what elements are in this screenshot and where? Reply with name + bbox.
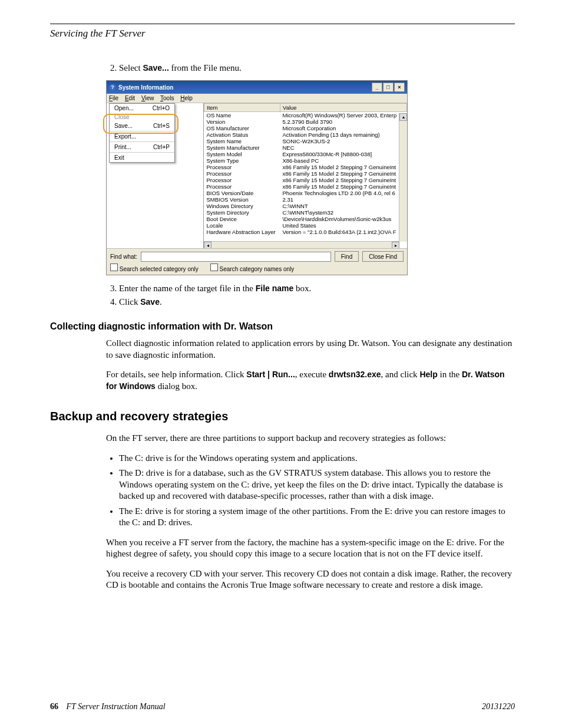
menu-file[interactable]: File (109, 95, 118, 101)
find-button[interactable]: Find (335, 251, 359, 262)
window-title: System Information (118, 84, 173, 91)
table-row[interactable]: System DirectoryC:\WINNT\system32 (204, 209, 407, 216)
step2-bold: Save... (143, 63, 168, 73)
menu-item-print[interactable]: Print...Ctrl+P (110, 143, 174, 151)
col-value[interactable]: Value (280, 104, 407, 112)
backup-p3: You receive a recovery CD with your serv… (106, 568, 515, 591)
file-dropdown: Open...Ctrl+O Close Save...Ctrl+S Export… (109, 103, 175, 163)
steps-list-1: Select Save... from the File menu. (106, 63, 515, 73)
step3-a: Enter the name of the target file in the (119, 284, 256, 293)
table-row[interactable]: Windows DirectoryC:\WINNT (204, 203, 407, 209)
table-row[interactable]: Processorx86 Family 15 Model 2 Stepping … (204, 177, 407, 183)
table-row[interactable]: Hardware Abstraction LayerVersion = "2.1… (204, 229, 407, 235)
system-information-window: ? System Information _ □ × File Edit Vie… (106, 80, 408, 275)
table-row[interactable]: Version5.2.3790 Build 3790 (204, 118, 407, 125)
heading-drwatson: Collecting diagnostic information with D… (50, 321, 515, 332)
scroll-up-icon[interactable]: ▴ (399, 113, 407, 121)
close-find-button[interactable]: Close Find (362, 251, 404, 262)
step3-bold: File name (256, 284, 294, 293)
menu-view[interactable]: View (141, 95, 154, 101)
footer-title: FT Server Instruction Manual (67, 702, 166, 711)
find-label: Find what: (110, 253, 137, 260)
menu-item-close: Close (110, 113, 174, 121)
close-button[interactable]: × (394, 83, 405, 92)
heading-backup: Backup and recovery strategies (50, 410, 515, 423)
bullet-3: The E: drive is for storing a system ima… (119, 506, 515, 529)
bullet-2: The D: drive is for a database, such as … (119, 467, 515, 502)
footer-date: 20131220 (482, 702, 515, 711)
table-row[interactable]: Boot Device\Device\HarddiskDmVolumes\Son… (204, 216, 407, 222)
table-row[interactable]: OS NameMicrosoft(R) Windows(R) Server 20… (204, 112, 407, 119)
running-head: Servicing the FT Server (50, 28, 515, 39)
chk-category-names[interactable]: Search category names only (210, 263, 295, 272)
step-4: Click Save. (119, 297, 515, 307)
scroll-left-icon[interactable]: ◂ (204, 242, 211, 248)
menu-item-save[interactable]: Save...Ctrl+S (110, 121, 174, 130)
step-2: Select Save... from the File menu. (119, 63, 515, 73)
steps-list-2: Enter the name of the target file in the… (106, 284, 515, 307)
col-item[interactable]: Item (204, 104, 280, 112)
table-row[interactable]: Activation StatusActivation Pending (13 … (204, 131, 407, 138)
page-number: 66 (50, 702, 58, 711)
backup-intro: On the FT server, there are three partit… (106, 433, 515, 444)
backup-bullets: The C: drive is for the Windows operatin… (106, 453, 515, 529)
horizontal-scrollbar[interactable]: ◂ ▸ (204, 241, 399, 248)
step4-bold: Save (140, 297, 160, 307)
menu-bar: File Edit View Tools Help (107, 94, 407, 103)
table-row[interactable]: SMBIOS Version2.31 (204, 196, 407, 203)
table-row[interactable]: Processorx86 Family 15 Model 2 Stepping … (204, 183, 407, 190)
drwatson-p1: Collect diagnostic information related t… (106, 338, 515, 361)
table-row[interactable]: Processorx86 Family 15 Model 2 Stepping … (204, 164, 407, 170)
menu-edit[interactable]: Edit (125, 95, 135, 101)
title-bar[interactable]: ? System Information _ □ × (107, 81, 407, 94)
table-row[interactable]: BIOS Version/DatePhoenix Technologies LT… (204, 190, 407, 196)
help-icon: ? (109, 84, 116, 91)
find-panel: Find what: Find Close Find Search select… (107, 248, 407, 275)
maximize-button[interactable]: □ (383, 83, 394, 92)
table-row[interactable]: System TypeX86-based PC (204, 157, 407, 164)
menu-item-exit[interactable]: Exit (110, 153, 174, 162)
step4-b: . (160, 297, 162, 307)
table-row[interactable]: System ManufacturerNEC (204, 144, 407, 151)
minimize-button[interactable]: _ (372, 83, 382, 92)
menu-help[interactable]: Help (180, 95, 193, 101)
menu-item-open[interactable]: Open...Ctrl+O (110, 104, 174, 113)
find-input[interactable] (141, 252, 331, 262)
top-rule (50, 24, 515, 24)
drwatson-p2: For details, see help information. Click… (106, 369, 515, 392)
menu-tools[interactable]: Tools (160, 95, 174, 101)
table-row[interactable]: System NameSONIC-W2K3US-2 (204, 138, 407, 144)
table-row[interactable]: LocaleUnited States (204, 222, 407, 229)
tree-pane: Open...Ctrl+O Close Save...Ctrl+S Export… (107, 103, 204, 248)
vertical-scrollbar[interactable]: ▴ (399, 113, 407, 242)
backup-p2: When you receive a FT server from the fa… (106, 537, 515, 560)
system-info-table: Item Value OS NameMicrosoft(R) Windows(R… (204, 103, 407, 235)
table-row[interactable]: OS ManufacturerMicrosoft Corporation (204, 125, 407, 131)
step2-text-b: from the File menu. (169, 63, 242, 73)
page-footer: 66 FT Server Instruction Manual 20131220 (50, 702, 515, 711)
details-pane: Item Value OS NameMicrosoft(R) Windows(R… (204, 103, 407, 248)
bullet-1: The C: drive is for the Windows operatin… (119, 453, 515, 465)
step-3: Enter the name of the target file in the… (119, 284, 515, 294)
menu-item-export[interactable]: Export... (110, 132, 174, 141)
table-row[interactable]: Processorx86 Family 15 Model 2 Stepping … (204, 170, 407, 177)
step2-text-a: Select (119, 63, 143, 73)
scroll-right-icon[interactable]: ▸ (392, 242, 399, 248)
chk-selected-category[interactable]: Search selected category only (110, 263, 199, 272)
step4-a: Click (119, 297, 140, 307)
table-row[interactable]: System ModelExpress5800/330Mc-R [N8800-0… (204, 151, 407, 157)
step3-b: box. (293, 284, 311, 293)
